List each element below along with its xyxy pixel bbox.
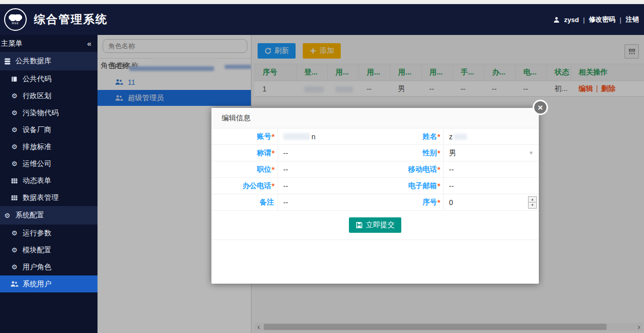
mobile-field[interactable]: --	[444, 161, 539, 178]
sidebar-nav: 主菜单 « 公共数据库 公共代码 ⚙ 行政区划 ⚙ 污染物代码 ⚙ 设备厂商	[0, 35, 97, 333]
sidebar-item-pollutant-code[interactable]: ⚙ 污染物代码	[0, 104, 97, 121]
modal-empty-area	[211, 240, 539, 283]
required-asterisk: *	[438, 182, 440, 190]
name-field[interactable]: z	[444, 128, 539, 145]
field-label-title: 称谓*	[211, 145, 278, 161]
username-link[interactable]: zysd	[564, 16, 579, 24]
label-text: 账号	[257, 132, 271, 141]
sidebar-menu-title: 主菜单 «	[0, 35, 97, 52]
label-text: 称谓	[257, 149, 271, 158]
sidebar-item-run-params[interactable]: ⚙ 运行参数	[0, 225, 97, 242]
sidebar-item-label: 运维公司	[23, 159, 51, 169]
gears-icon: ⚙	[10, 109, 18, 117]
position-field[interactable]: --	[278, 161, 376, 178]
gears-icon: ⚙	[10, 263, 18, 271]
field-value: --	[449, 182, 454, 190]
field-label-gender: 性别*	[376, 145, 444, 161]
header-user-area: zysd | 修改密码 | 注销	[553, 4, 639, 35]
gender-select[interactable]: 男▼	[444, 145, 539, 161]
header-separator: |	[583, 16, 584, 24]
sidebar-item-label: 设备厂商	[23, 125, 51, 135]
table-icon	[10, 177, 18, 185]
submit-label: 立即提交	[366, 220, 395, 230]
sidebar-item-public-database[interactable]: 公共数据库	[0, 52, 97, 70]
redacted-text	[283, 133, 310, 140]
sidebar-item-emission-standard[interactable]: ⚙ 排放标准	[0, 138, 97, 155]
sidebar-item-public-code[interactable]: 公共代码	[0, 70, 97, 87]
book-icon	[10, 75, 18, 83]
table-icon	[10, 194, 18, 202]
sidebar-item-label: 排放标准	[23, 142, 51, 152]
account-field[interactable]: n	[278, 128, 376, 145]
app-header: MEE 综合管理系统 zysd | 修改密码 | 注销	[0, 4, 644, 35]
field-label-mobile: 移动电话*	[376, 161, 444, 178]
field-value: z	[449, 133, 453, 141]
required-asterisk: *	[272, 149, 275, 157]
gears-icon: ⚙	[10, 246, 18, 254]
required-asterisk: *	[272, 182, 275, 190]
required-asterisk: *	[272, 133, 275, 141]
sidebar-item-label: 行政区划	[23, 91, 51, 101]
submit-row: 立即提交	[211, 211, 539, 240]
field-value: 男	[449, 149, 456, 158]
required-asterisk: *	[438, 133, 440, 141]
sidebar-item-dynamic-form[interactable]: 动态表单	[0, 172, 97, 189]
sidebar-item-om-company[interactable]: ⚙ 运维公司	[0, 155, 97, 172]
sidebar-item-table-management[interactable]: 数据表管理	[0, 189, 97, 206]
change-password-link[interactable]: 修改密码	[589, 15, 616, 24]
spinner-down-icon[interactable]: ▼	[529, 202, 536, 208]
field-value: 0	[449, 198, 453, 207]
gears-icon: ⚙	[10, 160, 18, 168]
sidebar-item-label: 污染物代码	[23, 108, 58, 118]
sidebar-item-system-config[interactable]: ⚙ 系统配置	[0, 206, 97, 225]
field-label-office-phone: 办公电话*	[211, 178, 278, 194]
field-label-email: 电子邮箱*	[376, 178, 444, 194]
menu-title-label: 主菜单	[1, 39, 23, 48]
collapse-sidebar-icon[interactable]: «	[87, 39, 91, 48]
app-title: 综合管理系统	[34, 12, 108, 27]
page-top-strip	[0, 0, 644, 4]
field-label-seq: 序号*	[376, 194, 444, 211]
modal-title: 编辑信息	[211, 108, 539, 128]
number-spinner[interactable]: ▲ ▼	[528, 196, 537, 209]
sidebar-item-module-config[interactable]: ⚙ 模块配置	[0, 242, 97, 258]
mountain-emblem-icon	[9, 14, 22, 21]
sidebar-item-device-vendor[interactable]: ⚙ 设备厂商	[0, 121, 97, 138]
mee-logo: MEE	[4, 8, 27, 31]
label-text: 职位	[257, 165, 271, 174]
database-icon	[3, 57, 11, 65]
field-value: --	[283, 165, 288, 174]
logout-link[interactable]: 注销	[626, 15, 639, 24]
gears-icon: ⚙	[3, 211, 11, 219]
label-text: 办公电话	[243, 181, 271, 191]
email-field[interactable]: --	[444, 178, 539, 194]
office-phone-field[interactable]: --	[278, 178, 376, 194]
submit-button[interactable]: 立即提交	[349, 217, 401, 233]
sidebar-item-user-role[interactable]: ⚙ 用户角色	[0, 258, 97, 275]
sidebar-item-admin-region[interactable]: ⚙ 行政区划	[0, 87, 97, 104]
sidebar-item-label: 公共数据库	[15, 57, 51, 66]
remark-field[interactable]: --	[278, 194, 376, 211]
required-asterisk: *	[438, 198, 440, 207]
sidebar-item-label: 运行参数	[23, 229, 51, 238]
gears-icon: ⚙	[10, 92, 18, 100]
save-icon	[356, 221, 363, 229]
gears-icon: ⚙	[10, 143, 18, 151]
logo-caption: MEE	[12, 22, 19, 25]
users-icon	[10, 280, 18, 288]
field-label-remark: 备注	[211, 194, 278, 211]
chevron-down-icon[interactable]: ▼	[529, 150, 534, 156]
spinner-up-icon[interactable]: ▲	[529, 197, 536, 203]
label-text: 移动电话	[408, 165, 437, 174]
gears-icon: ⚙	[10, 126, 18, 134]
field-label-position: 职位*	[211, 161, 278, 178]
sidebar-item-label: 系统用户	[23, 280, 51, 289]
sidebar-item-system-user[interactable]: 系统用户	[0, 275, 97, 292]
close-icon[interactable]: ×	[533, 100, 548, 115]
gears-icon: ⚙	[10, 229, 18, 237]
header-separator: |	[620, 16, 621, 24]
sidebar-item-label: 动态表单	[23, 176, 51, 186]
required-asterisk: *	[438, 149, 440, 157]
title-field[interactable]: --	[278, 145, 376, 161]
seq-number-stepper[interactable]: 0 ▲ ▼	[444, 194, 539, 211]
